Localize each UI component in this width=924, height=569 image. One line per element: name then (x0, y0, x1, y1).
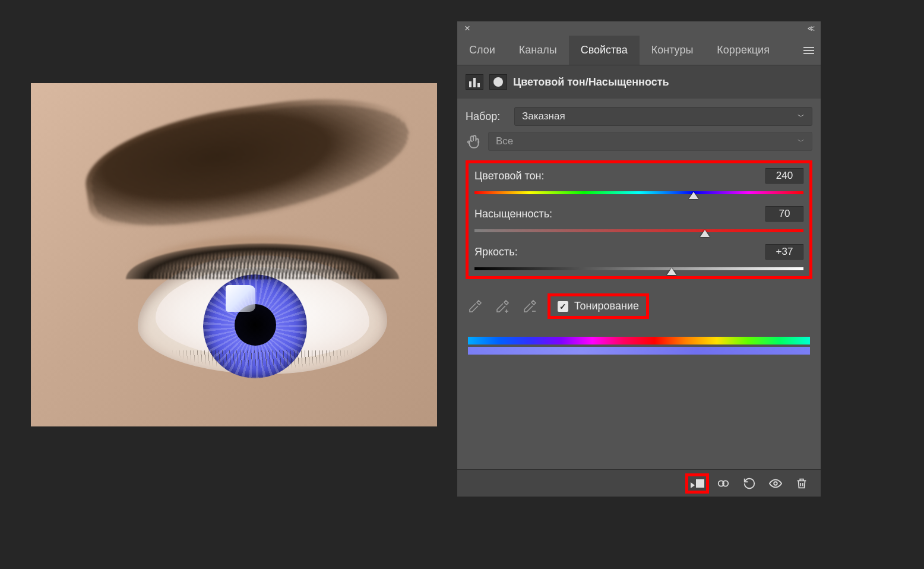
lightness-slider: Яркость: +37 (474, 244, 803, 271)
preset-value: Заказная (522, 110, 565, 122)
saturation-value[interactable]: 70 (765, 206, 803, 222)
lightness-value[interactable]: +37 (765, 244, 803, 260)
colorize-checkbox[interactable]: ✓ (558, 301, 568, 312)
panel-menu-button[interactable] (797, 36, 821, 65)
lightness-thumb[interactable] (667, 268, 676, 275)
hue-track[interactable] (474, 189, 803, 195)
visibility-button[interactable] (764, 473, 787, 494)
color-scope-select[interactable]: Все ﹀ (488, 132, 812, 151)
layer-mask-icon[interactable] (489, 74, 507, 90)
saturation-track[interactable] (474, 227, 803, 233)
tab-adjustments[interactable]: Коррекция (705, 36, 781, 65)
saturation-thumb[interactable] (700, 230, 710, 237)
hue-thumb[interactable] (689, 192, 698, 199)
lightness-label: Яркость: (474, 246, 518, 258)
eyedropper-icon[interactable] (466, 298, 485, 315)
sliders-highlight: Цветовой тон: 240 Насыщенность: 70 (466, 160, 812, 279)
hue-label: Цветовой тон: (474, 170, 545, 182)
tab-layers[interactable]: Слои (457, 36, 507, 65)
tab-properties[interactable]: Свойства (569, 36, 640, 65)
adjustment-title: Цветовой тон/Насыщенность (513, 76, 669, 88)
tab-paths[interactable]: Контуры (640, 36, 705, 65)
saturation-label: Насыщенность: (474, 208, 552, 220)
hue-saturation-icon[interactable] (466, 74, 483, 90)
colorize-highlight: ✓ Тонирование (548, 293, 649, 319)
controls-area: Набор: Заказная ﹀ Все ﹀ Цветовой тон: 24… (457, 99, 821, 469)
input-spectrum[interactable] (468, 337, 810, 344)
preset-label: Набор: (466, 110, 507, 123)
preset-select[interactable]: Заказная ﹀ (514, 107, 812, 126)
svg-point-2 (774, 482, 777, 485)
colorize-label: Тонирование (574, 300, 639, 312)
clip-to-layer-button[interactable] (685, 473, 709, 494)
adjustment-header: Цветовой тон/Насыщенность (457, 65, 821, 99)
view-previous-button[interactable] (711, 473, 735, 494)
eyedropper-subtract-icon[interactable] (520, 298, 539, 315)
tab-channels[interactable]: Каналы (507, 36, 569, 65)
close-icon[interactable]: × (461, 23, 474, 34)
panel-bar: × << (457, 21, 821, 36)
eye-image (31, 83, 437, 426)
properties-panel: × << Слои Каналы Свойства Контуры Коррек… (457, 21, 821, 497)
chevron-down-icon: ﹀ (798, 112, 805, 122)
lightness-track[interactable] (474, 265, 803, 271)
collapse-icon[interactable]: << (808, 24, 817, 33)
saturation-slider: Насыщенность: 70 (474, 206, 803, 233)
chevron-down-icon: ﹀ (798, 137, 805, 147)
spectrum-strips (466, 337, 812, 355)
panel-tabs: Слои Каналы Свойства Контуры Коррекция (457, 36, 821, 65)
eyedropper-add-icon[interactable] (493, 298, 512, 315)
hue-slider: Цветовой тон: 240 (474, 168, 803, 195)
panel-footer (457, 469, 821, 497)
output-spectrum[interactable] (468, 347, 810, 355)
canvas[interactable] (31, 83, 437, 426)
hue-value[interactable]: 240 (765, 168, 803, 184)
reset-button[interactable] (738, 473, 761, 494)
targeted-adjust-icon[interactable] (466, 134, 481, 149)
scope-value: Все (496, 135, 513, 147)
delete-button[interactable] (790, 473, 814, 494)
